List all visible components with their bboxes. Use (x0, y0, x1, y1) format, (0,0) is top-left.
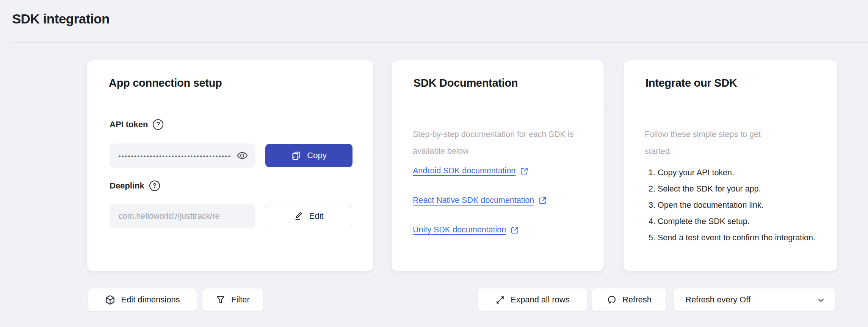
sdk-documentation-card-header: SDK Documentation (392, 60, 604, 106)
react-native-sdk-doc-link-label: React Native SDK documentation (413, 196, 534, 205)
integration-step: Select the SDK for your app. (658, 181, 816, 197)
app-connection-card: App connection setup API token ? •••••••… (86, 60, 374, 272)
title-divider (12, 42, 868, 43)
help-icon[interactable]: ? (153, 119, 163, 130)
filter-button[interactable]: Filter (202, 288, 263, 311)
edit-button-label: Edit (309, 211, 324, 221)
expand-all-rows-button[interactable]: Expand all rows (478, 288, 588, 311)
external-link-icon (538, 196, 547, 205)
api-token-masked-value: •••••••••••••••••••••••••••••••••••• (119, 153, 237, 159)
integration-step: Send a test event to confirm the integra… (658, 230, 816, 246)
page-title: SDK integration (12, 11, 110, 26)
eye-icon[interactable] (237, 150, 248, 161)
chevron-down-icon (816, 296, 826, 305)
deeplink-label-row: Deeplink ? (110, 181, 160, 191)
sdk-documentation-card: SDK Documentation Step-by-step documenta… (391, 60, 604, 272)
integration-step: Complete the SDK setup. (658, 213, 816, 230)
unity-sdk-doc-link[interactable]: Unity SDK documentation (413, 225, 519, 235)
deeplink-value: com.helloworld://justtrack/re (119, 212, 248, 221)
deeplink-input[interactable]: com.helloworld://justtrack/re (110, 204, 255, 228)
api-token-label: API token (110, 120, 148, 129)
refresh-every-select[interactable]: Refresh every Off (674, 288, 836, 311)
refresh-every-selected-value: Refresh every Off (685, 295, 750, 305)
refresh-button[interactable]: Refresh (592, 288, 667, 311)
unity-sdk-doc-link-label: Unity SDK documentation (413, 225, 506, 235)
refresh-label: Refresh (622, 295, 652, 305)
external-link-icon (510, 226, 519, 235)
edit-pen-icon (294, 211, 304, 221)
app-connection-card-title: App connection setup (109, 77, 222, 89)
external-link-icon (520, 167, 529, 176)
deeplink-label: Deeplink (110, 181, 144, 191)
filter-label: Filter (231, 295, 250, 305)
copy-button[interactable]: Copy (265, 144, 353, 167)
api-token-label-row: API token ? (110, 119, 163, 130)
expand-icon (495, 295, 505, 305)
integration-steps-list: Copy your API token. Select the SDK for … (646, 165, 816, 246)
react-native-sdk-doc-link[interactable]: React Native SDK documentation (413, 196, 547, 205)
filter-funnel-icon (216, 295, 226, 305)
integrate-sdk-card-title: Integrate our SDK (646, 77, 737, 89)
api-token-input[interactable]: •••••••••••••••••••••••••••••••••••• (110, 143, 255, 168)
expand-all-rows-label: Expand all rows (511, 295, 569, 305)
app-connection-card-header: App connection setup (87, 60, 373, 106)
integration-step: Open the documentation link. (658, 197, 816, 213)
integrate-sdk-card: Integrate our SDK Follow these simple st… (623, 60, 838, 272)
sdk-documentation-card-title: SDK Documentation (414, 77, 518, 89)
integrate-sdk-description: Follow these simple steps to get started… (645, 126, 785, 160)
help-icon[interactable]: ? (149, 181, 160, 191)
edit-button[interactable]: Edit (265, 204, 352, 228)
copy-button-label: Copy (307, 151, 326, 160)
android-sdk-doc-link[interactable]: Android SDK documentation (413, 166, 529, 176)
edit-dimensions-label: Edit dimensions (121, 295, 180, 305)
integrate-sdk-card-header: Integrate our SDK (624, 60, 837, 106)
sdk-documentation-description: Step-by-step documentation for each SDK … (413, 126, 583, 159)
integration-step: Copy your API token. (658, 165, 816, 181)
refresh-icon (607, 295, 617, 305)
cube-icon (105, 295, 115, 305)
copy-icon (291, 151, 301, 161)
edit-dimensions-button[interactable]: Edit dimensions (88, 288, 197, 311)
android-sdk-doc-link-label: Android SDK documentation (413, 166, 515, 176)
